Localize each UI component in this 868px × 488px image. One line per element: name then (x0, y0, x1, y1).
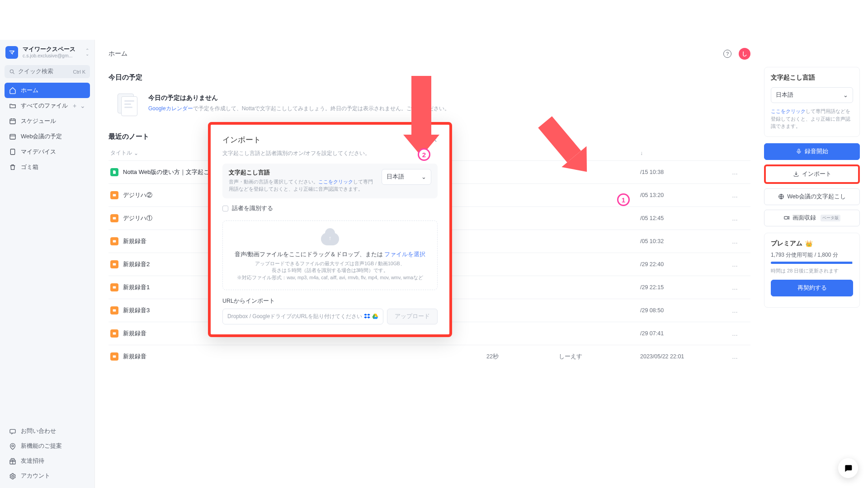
calendar-check-icon (9, 133, 16, 140)
row-menu[interactable]: … (722, 330, 749, 337)
import-icon (793, 171, 799, 177)
file-select-link[interactable]: ファイルを選択 (384, 251, 425, 258)
record-button[interactable]: 録音開始 (764, 143, 860, 160)
svg-rect-12 (113, 286, 116, 289)
svg-rect-9 (113, 217, 116, 220)
nav-trash[interactable]: ゴミ箱 (5, 160, 90, 175)
footer-invite[interactable]: 友達招待 (5, 454, 90, 469)
nav-all-files[interactable]: すべてのファイル + ⌄ (5, 98, 90, 113)
note-date: /29 08:50 (640, 307, 722, 314)
quick-search[interactable]: クイック検索 Ctrl K (5, 65, 90, 78)
user-avatar[interactable]: し (739, 48, 750, 60)
lang-select[interactable]: 日本語⌄ (771, 87, 853, 103)
nav-all-files-label: すべてのファイル (21, 102, 68, 110)
lang-hint-link[interactable]: ここをクリック (771, 108, 806, 114)
note-date: /15 10:38 (640, 169, 722, 175)
row-menu[interactable]: … (722, 238, 749, 245)
empty-title: 今日の予定はありません (148, 94, 450, 102)
note-title: 新規録音 (123, 352, 486, 361)
svg-rect-14 (113, 333, 116, 335)
help-button[interactable]: ? (723, 50, 731, 58)
dropzone[interactable]: ↑ 音声/動画ファイルをここにドラッグ＆ドロップ、または ファイルを選択 アップ… (222, 221, 438, 290)
chat-fab[interactable] (838, 458, 858, 478)
workspace-switcher[interactable]: マ マイワークスペース c.s.job.exclusive@gm... ⌃⌄ (0, 40, 94, 63)
google-drive-icon (372, 313, 378, 319)
workspace-caret-icon: ⌃⌄ (85, 49, 89, 56)
meeting-transcribe-button[interactable]: Web会議の文字起こし (764, 188, 860, 205)
svg-rect-10 (113, 240, 116, 243)
import-button[interactable]: インポート (764, 164, 860, 184)
usage-text: 1,793 分使用可能 / 1,800 分 (771, 251, 853, 259)
footer-contact[interactable]: お問い合わせ (5, 424, 90, 439)
file-type-icon (110, 191, 118, 199)
nav-devices[interactable]: マイデバイス (5, 144, 90, 160)
chevron-down-icon: ⌄ (843, 92, 848, 99)
row-menu[interactable]: … (722, 192, 749, 199)
lang-hint: ここをクリックして専門用語などを登録しておくと、より正確に音声認識できます。 (771, 108, 853, 130)
file-type-icon (110, 260, 118, 268)
url-input[interactable]: Dropbox / GoogleドライブのURLを貼り付けてください (222, 309, 383, 324)
nav-meetings[interactable]: Web会議の予定 (5, 129, 90, 144)
lang-heading: 文字起こし言語 (771, 74, 853, 82)
note-date: /29 22:15 (640, 284, 722, 291)
file-type-icon (110, 237, 118, 245)
gift-icon (9, 458, 16, 465)
row-menu[interactable]: … (722, 353, 749, 360)
empty-illustration (108, 90, 137, 116)
premium-heading: プレミアム👑 (771, 239, 853, 248)
svg-point-7 (12, 475, 14, 477)
renew-button[interactable]: 再契約する (771, 280, 853, 296)
crown-icon: 👑 (805, 240, 813, 247)
chevron-down-icon: ⌄ (421, 174, 426, 180)
annotation-arrow-2 (411, 76, 439, 156)
row-menu[interactable]: … (722, 169, 749, 176)
svg-rect-8 (113, 194, 116, 197)
upload-button[interactable]: アップロード (387, 309, 438, 324)
beta-badge: ベータ版 (821, 215, 840, 221)
col-date-sort[interactable]: ↓ (640, 149, 722, 157)
usage-bar (771, 262, 853, 264)
modal-lang-link[interactable]: ここをクリック (318, 179, 353, 184)
nav-all-files-actions[interactable]: + ⌄ (73, 102, 85, 109)
row-menu[interactable]: … (722, 215, 749, 222)
folder-icon (9, 102, 16, 109)
search-label: クイック検索 (18, 68, 53, 75)
svg-rect-18 (784, 216, 788, 219)
empty-body: Googleカレンダーで予定を作成して、Nottaで文字起こししてみましょう。終… (148, 105, 450, 113)
nav-home-label: ホーム (21, 86, 38, 94)
row-menu[interactable]: … (722, 307, 749, 314)
google-calendar-link[interactable]: Googleカレンダー (148, 105, 193, 112)
search-icon (9, 69, 15, 75)
note-duration: 22秒 (486, 353, 559, 361)
renew-text: 時間は 28 日後に更新されます (771, 267, 853, 274)
svg-rect-1 (10, 119, 15, 124)
nav-meetings-label: Web会議の予定 (21, 132, 62, 141)
row-menu[interactable]: … (722, 284, 749, 291)
note-date: /29 07:41 (640, 330, 722, 337)
footer-account[interactable]: アカウント (5, 469, 90, 483)
file-type-icon (110, 329, 118, 338)
checkbox-icon (222, 206, 228, 211)
modal-lang-select[interactable]: 日本語⌄ (382, 169, 431, 185)
footer-features[interactable]: 新機能のご提案 (5, 439, 90, 454)
table-row[interactable]: 新規録音 22秒 しーえす 2023/05/22 22:01 … (108, 345, 750, 368)
sidebar: マ マイワークスペース c.s.job.exclusive@gm... ⌃⌄ ク… (0, 40, 95, 488)
screen-record-button[interactable]: 画面収録ベータ版 (764, 210, 860, 226)
right-panel: 文字起こし言語 日本語⌄ ここをクリックして専門用語などを登録しておくと、より正… (764, 40, 868, 488)
file-type-icon (110, 168, 118, 176)
svg-rect-2 (10, 134, 15, 139)
annotation-number-2: 2 (418, 148, 430, 161)
row-menu[interactable]: … (722, 261, 749, 268)
camera-icon (783, 215, 790, 221)
cloud-upload-icon: ↑ (321, 233, 339, 245)
chat-bubble-icon (844, 464, 853, 473)
speaker-id-checkbox[interactable]: 話者を識別する (222, 205, 438, 212)
nav-schedule[interactable]: スケジュール (5, 113, 90, 129)
svg-rect-16 (798, 149, 800, 152)
workspace-avatar: マ (5, 46, 18, 59)
note-date: /05 10:32 (640, 238, 722, 244)
svg-rect-11 (113, 263, 116, 266)
url-import-label: URLからインポート (222, 297, 438, 305)
dropzone-main-text: 音声/動画ファイルをここにドラッグ＆ドロップ、または ファイルを選択 (228, 251, 432, 258)
nav-home[interactable]: ホーム (5, 83, 90, 98)
